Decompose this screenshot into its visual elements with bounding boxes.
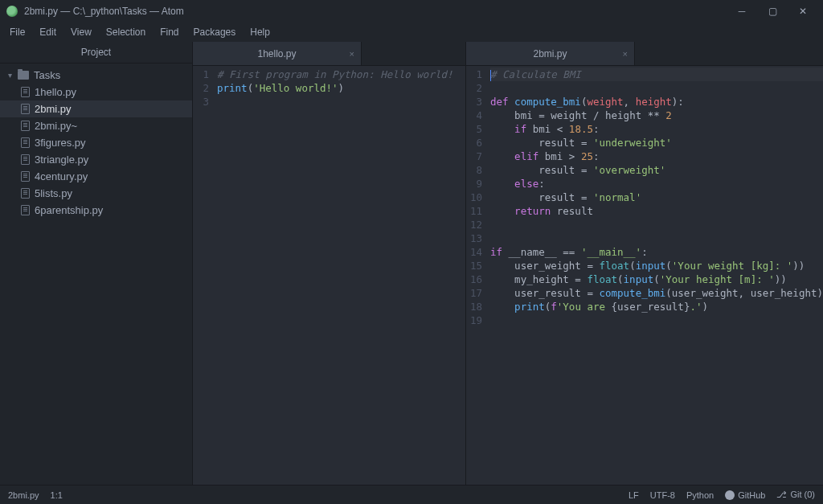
status-github[interactable]: GitHub xyxy=(725,490,765,500)
tree-file[interactable]: 3triangle.py xyxy=(0,151,192,168)
window-controls: ─ ▢ ✕ xyxy=(728,3,817,19)
file-icon xyxy=(21,188,30,199)
editor-panes: 1hello.py×123# First program in Python: … xyxy=(193,42,823,485)
menu-view[interactable]: View xyxy=(64,25,98,39)
tree-file[interactable]: 6parentship.py xyxy=(0,202,192,219)
tree-file[interactable]: 5lists.py xyxy=(0,185,192,202)
menu-find[interactable]: Find xyxy=(154,25,185,39)
close-button[interactable]: ✕ xyxy=(789,3,817,19)
menu-packages[interactable]: Packages xyxy=(187,25,243,39)
titlebar: 2bmi.py — C:\_python\Tasks — Atom ─ ▢ ✕ xyxy=(0,0,823,23)
workspace: Project ▾Tasks1hello.py2bmi.py2bmi.py~3f… xyxy=(0,42,823,485)
close-icon[interactable]: × xyxy=(350,49,354,59)
code-editor[interactable]: 12345678910111213141516171819# Calculate… xyxy=(466,66,823,485)
file-icon xyxy=(21,137,30,148)
status-git[interactable]: Git (0) xyxy=(776,490,815,500)
tree-folder-root[interactable]: ▾Tasks xyxy=(0,67,192,84)
tree-file[interactable]: 1hello.py xyxy=(0,84,192,100)
status-line-ending[interactable]: LF xyxy=(629,490,639,500)
window-title: 2bmi.py — C:\_python\Tasks — Atom xyxy=(24,6,728,17)
close-icon[interactable]: × xyxy=(623,49,628,59)
editor-pane: 1hello.py×123# First program in Python: … xyxy=(193,42,466,485)
atom-app-icon xyxy=(6,6,18,17)
file-icon xyxy=(21,205,30,215)
folder-icon xyxy=(18,71,29,80)
code-content[interactable]: # First program in Python: Hello world!p… xyxy=(217,68,465,485)
menu-selection[interactable]: Selection xyxy=(100,25,152,39)
project-sidebar: Project ▾Tasks1hello.py2bmi.py2bmi.py~3f… xyxy=(0,42,193,485)
file-icon xyxy=(21,104,30,114)
tab[interactable]: 1hello.py× xyxy=(193,42,362,65)
status-grammar[interactable]: Python xyxy=(686,490,714,500)
status-file[interactable]: 2bmi.py xyxy=(8,490,39,500)
editor-pane: 2bmi.py×12345678910111213141516171819# C… xyxy=(466,42,823,485)
menu-file[interactable]: File xyxy=(3,25,31,39)
sidebar-title: Project xyxy=(0,42,192,64)
tree-file[interactable]: 2bmi.py~ xyxy=(0,117,192,134)
file-icon xyxy=(21,87,30,97)
menubar: FileEditViewSelectionFindPackagesHelp xyxy=(0,23,823,42)
maximize-button[interactable]: ▢ xyxy=(759,3,786,19)
github-icon xyxy=(725,490,735,500)
chevron-down-icon: ▾ xyxy=(8,71,18,80)
tree-file[interactable]: 4century.py xyxy=(0,168,192,185)
file-icon xyxy=(21,154,30,165)
menu-edit[interactable]: Edit xyxy=(33,25,63,39)
tree-file[interactable]: 3figures.py xyxy=(0,134,192,151)
gutter: 123 xyxy=(193,68,217,485)
minimize-button[interactable]: ─ xyxy=(728,3,755,19)
tabbar: 1hello.py× xyxy=(193,42,465,66)
tree-file[interactable]: 2bmi.py xyxy=(0,100,192,117)
code-content[interactable]: # Calculate BMI def compute_bmi(weight, … xyxy=(490,68,823,485)
gutter: 12345678910111213141516171819 xyxy=(466,68,490,485)
status-encoding[interactable]: UTF-8 xyxy=(650,490,675,500)
tabbar: 2bmi.py× xyxy=(466,42,823,66)
file-icon xyxy=(21,171,30,182)
tab[interactable]: 2bmi.py× xyxy=(466,42,635,65)
file-icon xyxy=(21,121,30,131)
menu-help[interactable]: Help xyxy=(244,25,276,39)
file-tree: ▾Tasks1hello.py2bmi.py2bmi.py~3figures.p… xyxy=(0,64,192,222)
code-editor[interactable]: 123# First program in Python: Hello worl… xyxy=(193,66,465,485)
status-cursor-position[interactable]: 1:1 xyxy=(51,490,63,500)
statusbar: 2bmi.py 1:1 LF UTF-8 Python GitHub Git (… xyxy=(0,485,823,504)
